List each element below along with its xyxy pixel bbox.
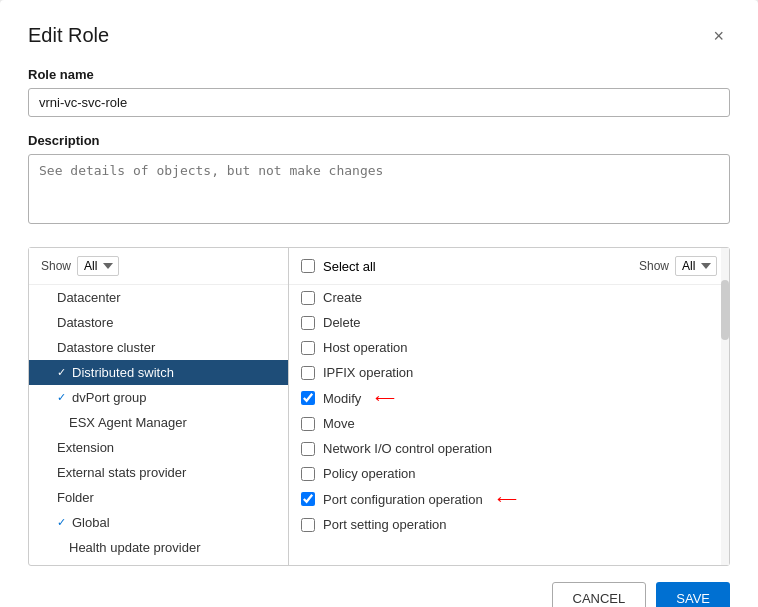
left-show-label: Show xyxy=(41,259,71,273)
permission-row: Policy operation xyxy=(289,461,729,486)
dvport-group-label: dvPort group xyxy=(72,390,146,405)
right-panel-header-left: Select all xyxy=(301,259,633,274)
delete-label: Delete xyxy=(323,315,361,330)
global-label: Global xyxy=(72,515,110,530)
left-panel-header: Show All xyxy=(29,248,288,285)
port-config-label: Port configuration operation xyxy=(323,492,483,507)
checkmark-icon: ✓ xyxy=(57,516,66,529)
list-item[interactable]: Health update provider xyxy=(29,535,288,560)
list-item[interactable]: ✓ dvPort group xyxy=(29,385,288,410)
modify-label: Modify xyxy=(323,391,361,406)
dialog-title: Edit Role xyxy=(28,24,109,47)
role-name-label: Role name xyxy=(28,67,730,82)
left-show-select[interactable]: All xyxy=(77,256,119,276)
permission-row: Delete xyxy=(289,310,729,335)
external-stats-label: External stats provider xyxy=(57,465,186,480)
list-item[interactable]: ESX Agent Manager xyxy=(29,410,288,435)
list-item[interactable]: Extension xyxy=(29,435,288,460)
policy-checkbox[interactable] xyxy=(301,467,315,481)
move-checkbox[interactable] xyxy=(301,417,315,431)
role-name-group: Role name xyxy=(28,67,730,117)
list-item[interactable]: ✓ Global xyxy=(29,510,288,535)
right-show-label: Show xyxy=(639,259,669,273)
permission-row: Create xyxy=(289,285,729,310)
right-show-container: Show All xyxy=(639,256,717,276)
right-panel: Select all Show All Create D xyxy=(289,248,729,565)
ipfix-label: IPFIX operation xyxy=(323,365,413,380)
port-config-annotation: ⟵ xyxy=(497,491,517,507)
esx-agent-manager-label: ESX Agent Manager xyxy=(69,415,187,430)
checkmark-icon: ✓ xyxy=(57,391,66,404)
distributed-switch-label: Distributed switch xyxy=(72,365,174,380)
permissions-panels: Show All Datacenter Datastore Datastore … xyxy=(28,247,730,566)
role-name-input[interactable] xyxy=(28,88,730,117)
right-scrollbar xyxy=(721,248,729,565)
scrollbar-thumb xyxy=(721,280,729,340)
right-panel-header: Select all Show All xyxy=(289,248,729,285)
port-config-checkbox[interactable] xyxy=(301,492,315,506)
permission-row: IPFIX operation xyxy=(289,360,729,385)
list-item[interactable]: Datacenter xyxy=(29,285,288,310)
list-item[interactable]: Folder xyxy=(29,485,288,510)
policy-label: Policy operation xyxy=(323,466,416,481)
description-group: Description xyxy=(28,133,730,227)
create-label: Create xyxy=(323,290,362,305)
create-checkbox[interactable] xyxy=(301,291,315,305)
extension-label: Extension xyxy=(57,440,114,455)
network-io-checkbox[interactable] xyxy=(301,442,315,456)
health-update-label: Health update provider xyxy=(69,540,201,555)
dialog-header: Edit Role × xyxy=(28,24,730,47)
permission-row: Network I/O control operation xyxy=(289,436,729,461)
datastore-cluster-label: Datastore cluster xyxy=(57,340,155,355)
host-operation-checkbox[interactable] xyxy=(301,341,315,355)
list-item-distributed-switch[interactable]: ✓ Distributed switch xyxy=(29,360,288,385)
permission-row: Port setting operation xyxy=(289,512,729,537)
network-io-label: Network I/O control operation xyxy=(323,441,492,456)
delete-checkbox[interactable] xyxy=(301,316,315,330)
ipfix-checkbox[interactable] xyxy=(301,366,315,380)
host-operation-label: Host operation xyxy=(323,340,408,355)
folder-label: Folder xyxy=(57,490,94,505)
description-input[interactable] xyxy=(28,154,730,224)
close-button[interactable]: × xyxy=(707,25,730,47)
left-panel-list: Datacenter Datastore Datastore cluster ✓… xyxy=(29,285,288,565)
list-item[interactable]: Datastore xyxy=(29,310,288,335)
modify-checkbox[interactable] xyxy=(301,391,315,405)
move-label: Move xyxy=(323,416,355,431)
datastore-label: Datastore xyxy=(57,315,113,330)
port-setting-checkbox[interactable] xyxy=(301,518,315,532)
list-item[interactable]: External stats provider xyxy=(29,460,288,485)
right-show-select[interactable]: All xyxy=(675,256,717,276)
permission-row: Modify ⟵ xyxy=(289,385,729,411)
select-all-checkbox[interactable] xyxy=(301,259,315,273)
datacenter-label: Datacenter xyxy=(57,290,121,305)
right-panel-list: Create Delete Host operation IPFIX opera… xyxy=(289,285,729,565)
cancel-button[interactable]: CANCEL xyxy=(552,582,647,607)
permission-row: Move xyxy=(289,411,729,436)
checkmark-icon: ✓ xyxy=(57,366,66,379)
dialog-footer: CANCEL SAVE xyxy=(28,566,730,607)
modify-annotation: ⟵ xyxy=(375,390,395,406)
description-label: Description xyxy=(28,133,730,148)
permission-row: Host operation xyxy=(289,335,729,360)
port-setting-label: Port setting operation xyxy=(323,517,447,532)
select-all-label: Select all xyxy=(323,259,376,274)
permission-row: Port configuration operation ⟵ xyxy=(289,486,729,512)
list-item[interactable]: Datastore cluster xyxy=(29,335,288,360)
save-button[interactable]: SAVE xyxy=(656,582,730,607)
left-panel: Show All Datacenter Datastore Datastore … xyxy=(29,248,289,565)
edit-role-dialog: Edit Role × Role name Description Show A… xyxy=(0,0,758,607)
